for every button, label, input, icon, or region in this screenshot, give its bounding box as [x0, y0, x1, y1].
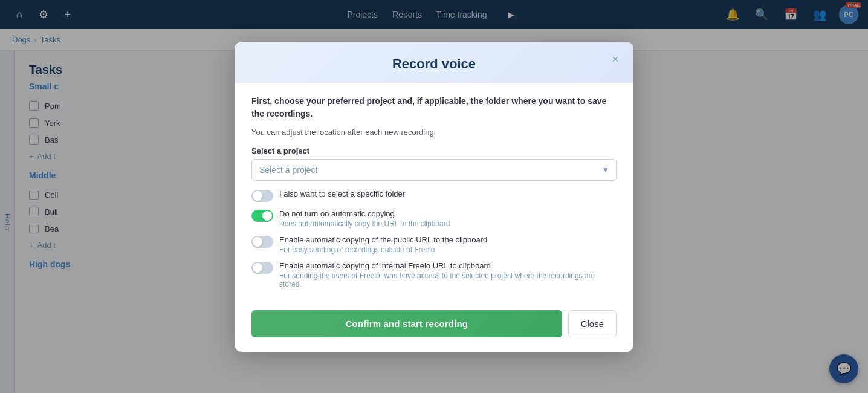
- close-button[interactable]: Close: [568, 310, 617, 337]
- modal-intro: First, choose your preferred project and…: [251, 95, 617, 120]
- public-url-toggle[interactable]: [251, 236, 273, 248]
- toggle-sub-label: For sending the users of Freelo, who hav…: [279, 271, 617, 288]
- toggle-main-label: I also want to select a specific folder: [279, 189, 617, 198]
- modal-footer: Confirm and start recording Close: [235, 310, 633, 352]
- toggle-row-no-copy: Do not turn on automatic copying Does no…: [251, 209, 617, 228]
- toggle-knob: [253, 263, 262, 273]
- toggle-sub-label: Does not automatically copy the URL to t…: [279, 219, 617, 228]
- project-select-wrapper: Select a project ▼: [251, 159, 617, 181]
- modal-body: First, choose your preferred project and…: [235, 83, 633, 310]
- toggle-knob: [253, 191, 262, 201]
- project-select[interactable]: Select a project: [251, 159, 617, 181]
- toggle-text-internal-url: Enable automatic copying of internal Fre…: [279, 261, 617, 288]
- toggle-text-no-copy: Do not turn on automatic copying Does no…: [279, 209, 617, 228]
- toggle-row-folder: I also want to select a specific folder: [251, 189, 617, 202]
- modal-header: Record voice ×: [235, 42, 633, 83]
- modal: Record voice × First, choose your prefer…: [235, 42, 633, 352]
- toggle-knob: [253, 237, 262, 247]
- modal-close-button[interactable]: ×: [607, 51, 624, 68]
- toggle-main-label: Do not turn on automatic copying: [279, 209, 617, 218]
- auto-copy-toggle[interactable]: [251, 210, 273, 222]
- confirm-recording-button[interactable]: Confirm and start recording: [251, 310, 562, 337]
- modal-note: You can adjust the location after each n…: [251, 128, 617, 137]
- toggle-knob: [262, 211, 272, 221]
- internal-url-toggle[interactable]: [251, 262, 273, 274]
- toggle-main-label: Enable automatic copying of internal Fre…: [279, 261, 617, 270]
- toggle-sub-label: For easy sending of recordings outside o…: [279, 245, 617, 254]
- toggle-text-public-url: Enable automatic copying of the public U…: [279, 235, 617, 254]
- toggle-row-public-url: Enable automatic copying of the public U…: [251, 235, 617, 254]
- toggle-main-label: Enable automatic copying of the public U…: [279, 235, 617, 244]
- toggle-text-folder: I also want to select a specific folder: [279, 189, 617, 198]
- folder-toggle[interactable]: [251, 190, 273, 202]
- project-field-label: Select a project: [251, 146, 617, 155]
- toggle-row-internal-url: Enable automatic copying of internal Fre…: [251, 261, 617, 288]
- modal-overlay: Record voice × First, choose your prefer…: [0, 0, 868, 393]
- modal-title: Record voice: [251, 56, 617, 72]
